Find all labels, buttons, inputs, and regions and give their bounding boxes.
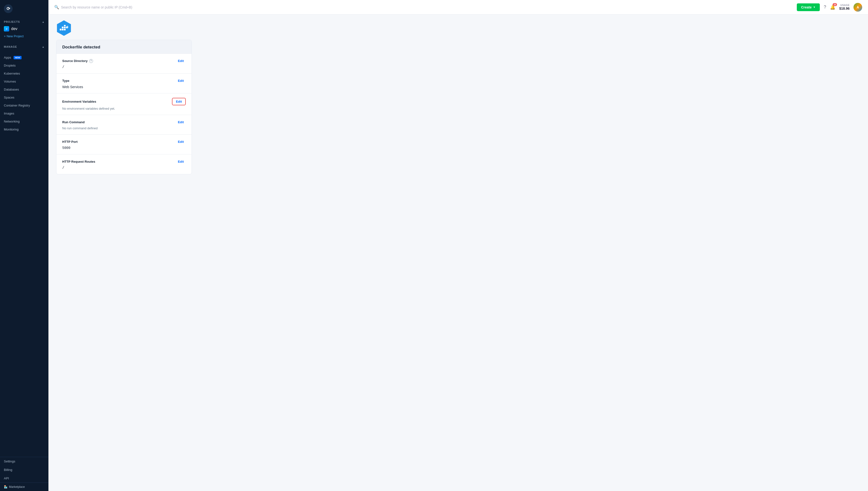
- http-port-label: HTTP Port: [62, 140, 78, 144]
- sidebar: ⟳ PROJECTS ▲ d dev + New Project MANAGE …: [0, 0, 49, 491]
- sidebar-bottom: Settings Billing API: [0, 457, 49, 483]
- sidebar-item-apps[interactable]: Apps NEW: [0, 54, 49, 61]
- run-command-row: Run Command Edit No run command defined: [56, 115, 192, 135]
- env-vars-value: No environment variables defined yet.: [62, 107, 186, 110]
- card-title: Dockerfile detected: [56, 40, 192, 54]
- help-icon[interactable]: ?: [824, 5, 826, 10]
- project-name: dev: [11, 27, 18, 31]
- avatar[interactable]: A: [853, 3, 862, 11]
- search-placeholder: Search by resource name or public IP (Cm…: [61, 5, 132, 9]
- http-routes-row: HTTP Request Routes Edit /: [56, 154, 192, 174]
- sidebar-item-kubernetes-label: Kubernetes: [4, 72, 20, 75]
- run-command-edit-button[interactable]: Edit: [176, 119, 186, 125]
- source-directory-label: Source Directory ?: [62, 59, 93, 63]
- create-button[interactable]: Create ▼: [797, 3, 820, 11]
- notification-badge: 25: [833, 3, 837, 6]
- page-content: Dockerfile detected Source Directory ? E…: [49, 15, 868, 491]
- env-vars-header: Environment Variables Edit: [62, 98, 186, 105]
- run-command-header: Run Command Edit: [62, 119, 186, 125]
- sidebar-logo[interactable]: ⟳: [0, 0, 49, 18]
- usage-section[interactable]: USAGE $18.96: [839, 4, 849, 10]
- sidebar-item-container-registry-label: Container Registry: [4, 104, 30, 107]
- http-port-edit-button[interactable]: Edit: [176, 139, 186, 145]
- sidebar-item-billing[interactable]: Billing: [0, 466, 49, 474]
- sidebar-item-kubernetes[interactable]: Kubernetes: [0, 69, 49, 78]
- sidebar-item-api[interactable]: API: [0, 474, 49, 483]
- source-directory-header: Source Directory ? Edit: [62, 58, 186, 64]
- source-directory-help-icon[interactable]: ?: [89, 59, 93, 63]
- env-vars-label: Environment Variables: [62, 100, 96, 104]
- type-label: Type: [62, 79, 69, 83]
- main-area: 🔍 Search by resource name or public IP (…: [49, 0, 868, 491]
- sidebar-item-databases[interactable]: Databases: [0, 85, 49, 93]
- bell-wrapper[interactable]: 🔔 25: [830, 5, 835, 10]
- manage-chevron-icon: ▲: [42, 46, 45, 48]
- type-edit-button[interactable]: Edit: [176, 78, 186, 84]
- svg-rect-3: [62, 27, 63, 28]
- dockerfile-card: Dockerfile detected Source Directory ? E…: [56, 40, 192, 174]
- sidebar-item-monitoring-label: Monitoring: [4, 127, 19, 131]
- svg-rect-2: [64, 29, 66, 30]
- svg-rect-4: [64, 27, 66, 28]
- usage-amount: $18.96: [839, 6, 849, 10]
- run-command-value: No run command defined: [62, 126, 186, 130]
- sidebar-item-volumes-label: Volumes: [4, 80, 16, 83]
- http-routes-edit-button[interactable]: Edit: [176, 159, 186, 164]
- sidebar-item-images-label: Images: [4, 112, 14, 115]
- type-value: Web Services: [62, 85, 186, 89]
- http-port-value: 5000: [62, 146, 186, 150]
- sidebar-item-volumes[interactable]: Volumes: [0, 78, 49, 85]
- sidebar-item-databases-label: Databases: [4, 88, 19, 91]
- source-directory-row: Source Directory ? Edit /: [56, 54, 192, 74]
- source-directory-value: /: [62, 65, 186, 69]
- sidebar-item-billing-label: Billing: [4, 468, 12, 472]
- projects-section-header: PROJECTS ▲: [0, 18, 49, 25]
- http-routes-value: /: [62, 166, 186, 170]
- create-arrow-icon: ▼: [813, 6, 815, 8]
- manage-label: MANAGE: [4, 45, 17, 48]
- sidebar-item-apps-label: Apps: [4, 56, 11, 59]
- search-icon: 🔍: [54, 5, 59, 9]
- new-project-button[interactable]: + New Project: [0, 33, 49, 39]
- usage-label: USAGE: [840, 4, 849, 6]
- sidebar-item-spaces[interactable]: Spaces: [0, 93, 49, 102]
- type-header: Type Edit: [62, 78, 186, 84]
- projects-chevron-icon: ▲: [42, 21, 45, 23]
- env-vars-row: Environment Variables Edit No environmen…: [56, 93, 192, 115]
- http-port-row: HTTP Port Edit 5000: [56, 135, 192, 154]
- svg-point-7: [67, 26, 67, 26]
- marketplace-label: Marketplace: [9, 485, 25, 489]
- run-command-label: Run Command: [62, 120, 85, 124]
- svg-rect-6: [64, 25, 66, 26]
- sidebar-item-settings[interactable]: Settings: [0, 457, 49, 466]
- sidebar-item-container-registry[interactable]: Container Registry: [0, 102, 49, 110]
- sidebar-nav: Apps NEW Droplets Kubernetes Volumes Dat…: [0, 54, 49, 134]
- sidebar-marketplace[interactable]: 🏪 Marketplace: [0, 483, 49, 491]
- sidebar-item-networking-label: Networking: [4, 120, 20, 123]
- docker-icon: [56, 20, 72, 36]
- project-icon: d: [4, 26, 9, 31]
- sidebar-item-monitoring[interactable]: Monitoring: [0, 125, 49, 134]
- svg-rect-5: [66, 27, 68, 28]
- header-actions: Create ▼ ? 🔔 25 USAGE $18.96 A: [797, 3, 862, 11]
- sidebar-item-droplets[interactable]: Droplets: [0, 61, 49, 69]
- sidebar-item-images[interactable]: Images: [0, 110, 49, 117]
- docker-icon-wrapper: [56, 20, 860, 36]
- search-bar[interactable]: 🔍 Search by resource name or public IP (…: [54, 5, 793, 9]
- svg-rect-1: [62, 29, 63, 30]
- header: 🔍 Search by resource name or public IP (…: [49, 0, 868, 15]
- http-port-header: HTTP Port Edit: [62, 139, 186, 145]
- sidebar-item-api-label: API: [4, 476, 9, 480]
- create-label: Create: [801, 5, 812, 9]
- manage-section-header: MANAGE ▲: [0, 42, 49, 50]
- marketplace-icon: 🏪: [4, 485, 7, 489]
- env-vars-edit-button[interactable]: Edit: [172, 98, 186, 105]
- sidebar-item-settings-label: Settings: [4, 460, 15, 463]
- apps-new-badge: NEW: [13, 56, 22, 59]
- sidebar-item-networking[interactable]: Networking: [0, 117, 49, 125]
- type-row: Type Edit Web Services: [56, 74, 192, 93]
- http-routes-header: HTTP Request Routes Edit: [62, 159, 186, 164]
- source-directory-edit-button[interactable]: Edit: [176, 58, 186, 64]
- sidebar-project-dev[interactable]: d dev: [0, 25, 49, 33]
- sidebar-item-spaces-label: Spaces: [4, 96, 14, 99]
